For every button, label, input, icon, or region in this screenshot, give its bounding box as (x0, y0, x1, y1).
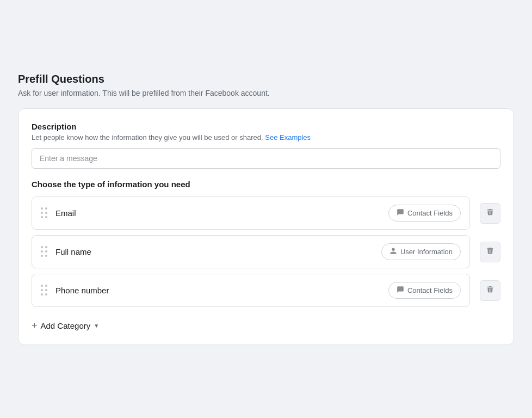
fullname-tag-icon (389, 247, 397, 256)
dot (41, 207, 43, 210)
page-title: Prefill Questions (18, 73, 514, 85)
dot (45, 255, 47, 257)
dot (41, 246, 43, 248)
email-contact-fields-tag[interactable]: Contact Fields (388, 205, 461, 222)
fullname-user-info-tag[interactable]: User Information (381, 243, 461, 260)
message-input[interactable] (32, 148, 500, 169)
dot (45, 212, 47, 214)
phone-drag-handle[interactable] (41, 285, 48, 296)
dot (41, 293, 43, 296)
fields-list: Email Contact Fields (32, 196, 500, 307)
dot (41, 289, 43, 291)
plus-icon: + (32, 320, 38, 331)
fullname-row-wrapper: Full name User Information (32, 235, 500, 268)
add-category-label: Add Category (41, 321, 91, 330)
page-subtitle: Ask for user information. This will be p… (18, 89, 514, 97)
phone-field-name: Phone number (55, 286, 388, 295)
fullname-field-name: Full name (55, 247, 381, 256)
dot (45, 250, 47, 253)
dot (45, 246, 47, 248)
email-field-row: Email Contact Fields (32, 196, 470, 230)
fullname-delete-button[interactable] (480, 242, 500, 262)
email-delete-button[interactable] (480, 203, 500, 224)
phone-row-wrapper: Phone number Contact Fields (32, 274, 500, 307)
chevron-down-icon: ▼ (94, 323, 99, 329)
fullname-tag-label: User Information (400, 248, 453, 256)
dot (41, 285, 43, 287)
dot (45, 293, 47, 296)
email-drag-handle[interactable] (41, 207, 48, 219)
dot (45, 285, 47, 287)
dot (45, 216, 47, 218)
dot (45, 289, 47, 291)
dot (41, 255, 43, 257)
dot (41, 250, 43, 253)
dot (41, 216, 43, 218)
phone-contact-fields-tag[interactable]: Contact Fields (388, 282, 461, 299)
phone-tag-icon (397, 286, 404, 295)
dot (45, 207, 47, 210)
fullname-drag-handle[interactable] (41, 246, 48, 257)
email-tag-label: Contact Fields (407, 209, 453, 217)
description-label: Description (32, 122, 500, 131)
phone-delete-button[interactable] (480, 280, 500, 301)
phone-field-row: Phone number Contact Fields (32, 274, 470, 307)
email-trash-icon (486, 208, 494, 218)
description-section: Description Let people know how the info… (32, 122, 500, 169)
phone-trash-icon (486, 285, 494, 296)
choose-label: Choose the type of information you need (32, 180, 500, 189)
fullname-field-row: Full name User Information (32, 235, 470, 268)
fullname-trash-icon (486, 247, 494, 257)
email-row-wrapper: Email Contact Fields (32, 196, 500, 230)
see-examples-link[interactable]: See Examples (265, 133, 311, 142)
description-helper: Let people know how the information they… (32, 133, 500, 142)
main-card: Description Let people know how the info… (18, 108, 514, 345)
page-container: Prefill Questions Ask for user informati… (5, 60, 527, 358)
phone-tag-label: Contact Fields (407, 286, 453, 294)
dot (41, 212, 43, 214)
email-field-name: Email (55, 208, 388, 218)
add-category-button[interactable]: + Add Category ▼ (32, 320, 99, 331)
email-tag-icon (397, 208, 404, 218)
